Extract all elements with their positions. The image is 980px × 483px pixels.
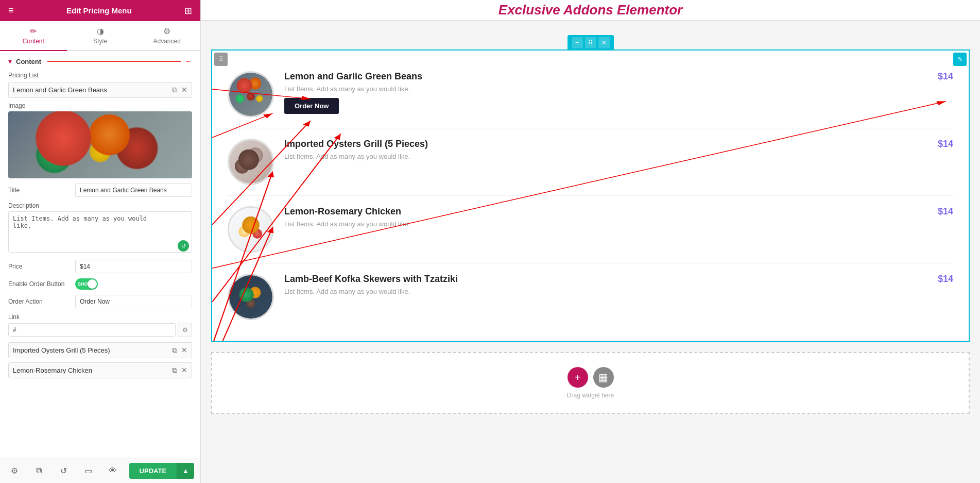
food-image-3 [228,274,274,320]
panel-tabs: ✏ Content ◑ Style ⚙ Advanced [0,21,200,51]
pricing-title-3: Lamb-Beef Kofka Skewers with Tzatziki [284,274,922,285]
advanced-tab-icon: ⚙ [163,26,170,36]
order-button-0[interactable]: Order Now [284,98,339,114]
panel-title: Edit Pricing Menu [14,6,184,15]
pricing-info-1: Imported Oysters Grill (5 Pieces) List I… [284,139,922,165]
widget-close-btn[interactable]: ✕ [598,37,610,48]
pricing-info-3: Lamb-Beef Kofka Skewers with Tzatziki Li… [284,274,922,301]
description-label: Description [8,202,192,209]
section-label: Content [16,58,41,65]
item-actions-1: ⧉ ✕ [172,346,187,355]
title-label: Title [8,187,75,194]
duplicate-icon-2[interactable]: ⧉ [172,366,177,375]
empty-drop-zone[interactable]: + ▦ Drag widget here [211,352,970,414]
description-field: Description List Items. Add as many as y… [8,202,192,255]
tab-style[interactable]: ◑ Style [67,21,134,50]
food-image-2 [228,206,274,253]
panel-header: ≡ Edit Pricing Menu ⊞ [0,0,200,21]
drag-label: Drag widget here [567,392,614,399]
responsive-footer-icon[interactable]: ▭ [80,462,96,479]
description-textarea[interactable]: List Items. Add as many as you would lik… [8,211,192,253]
toggle-knob [88,279,97,289]
title-input[interactable] [75,184,192,197]
update-btn-group: UPDATE ▲ [129,463,194,479]
food-circle-img-3 [229,275,272,319]
delete-icon-0[interactable]: ✕ [181,86,187,94]
tab-advanced[interactable]: ⚙ Advanced [133,21,200,50]
section-arrow-right: ← [185,57,192,65]
title-field: Title [8,184,192,197]
price-label: Price [8,263,75,270]
delete-icon-2[interactable]: ✕ [181,366,187,375]
enable-order-field: Enable Order Button SHOW [8,278,192,290]
right-top-bar: Exclusive Addons Elementor [201,0,980,21]
panel-footer: ⚙ ⧉ ↺ ▭ 👁 UPDATE ▲ [0,458,200,483]
duplicate-icon-0[interactable]: ⧉ [172,86,177,94]
style-tab-icon: ◑ [97,26,104,36]
widget-toolbar: + ⠿ ✕ [568,35,614,51]
link-label: Link [8,313,192,321]
food-image [8,111,192,178]
panel-body: ▾ Content ← Pricing List Lemon and Garli… [0,51,200,458]
order-action-label: Order Action [8,298,75,305]
pricing-title-0: Lemon and Garlic Green Beans [284,71,922,82]
image-preview[interactable] [8,111,192,178]
image-field: Image [8,102,192,178]
order-action-field: Order Action [8,295,192,308]
food-image-0 [228,71,274,118]
food-image-1 [228,139,274,185]
refresh-icon[interactable]: ↺ [178,240,189,252]
widget-add-btn[interactable]: + [572,37,583,48]
link-settings-btn[interactable]: ⚙ [178,323,192,337]
food-circle-img-0 [229,73,272,116]
section-divider [47,61,181,62]
section-header: ▾ Content ← [8,57,192,65]
section-collapse-icon[interactable]: ▾ [8,57,12,65]
price-input[interactable] [75,260,192,273]
pricing-widget: + ⠿ ✕ ⠿ ✎ Lemon and Garlic Green Beans L… [211,49,970,342]
add-template-btn[interactable]: ▦ [593,367,614,388]
tab-content-label: Content [23,38,44,45]
pricing-price-3: $14 [933,274,953,285]
widget-edit-btn[interactable]: ✎ [953,53,967,66]
list-item[interactable]: Lemon and Garlic Green Beans ⧉ ✕ [8,82,192,98]
list-item[interactable]: Imported Oysters Grill (5 Pieces) ⧉ ✕ [8,342,192,358]
item-label-1: Imported Oysters Grill (5 Pieces) [13,346,172,354]
history-footer-icon[interactable]: ↺ [55,462,72,479]
content-tab-icon: ✏ [30,26,37,36]
link-input[interactable] [8,323,176,337]
pricing-item-2: Lemon-Rosemary Chicken List Items. Add a… [228,196,953,263]
pricing-item-0: Lemon and Garlic Green Beans List Items.… [228,61,953,128]
widget-move-btn[interactable]: ⠿ [585,37,596,48]
pricing-info-0: Lemon and Garlic Green Beans List Items.… [284,71,922,114]
order-action-input[interactable] [75,295,192,308]
list-item[interactable]: Lemon-Rosemary Chicken ⧉ ✕ [8,362,192,378]
hamburger-icon[interactable]: ≡ [8,5,14,16]
enable-order-label: Enable Order Button [8,280,75,288]
update-button[interactable]: UPDATE [129,463,177,479]
item-label-2: Lemon-Rosemary Chicken [13,367,172,374]
add-widget-buttons: + ▦ [568,367,614,388]
delete-icon-1[interactable]: ✕ [181,346,187,355]
duplicate-icon-1[interactable]: ⧉ [172,346,177,355]
pricing-price-0: $14 [933,71,953,82]
pricing-price-1: $14 [933,139,953,149]
settings-footer-icon[interactable]: ⚙ [6,462,23,479]
pricing-desc-0: List Items. Add as many as you would lik… [284,85,922,93]
widget-drag-handle[interactable]: ⠿ [214,53,228,66]
food-circle-img-2 [229,208,272,251]
order-toggle[interactable]: SHOW [75,278,98,290]
food-circle-img-1 [229,140,272,184]
grid-icon[interactable]: ⊞ [184,5,192,16]
update-dropdown-btn[interactable]: ▲ [177,463,194,479]
pricing-desc-2: List Items. Add as many as you would lik… [284,220,922,228]
right-area: Exclusive Addons Elementor + ⠿ ✕ ⠿ ✎ [201,0,980,483]
left-panel: ≡ Edit Pricing Menu ⊞ ✏ Content ◑ Style … [0,0,201,483]
pricing-title-1: Imported Oysters Grill (5 Pieces) [284,139,922,149]
preview-footer-icon[interactable]: 👁 [105,462,121,479]
canvas-area[interactable]: + ⠿ ✕ ⠿ ✎ Lemon and Garlic Green Beans L… [201,21,980,483]
pricing-list-label: Pricing List [8,72,192,79]
layers-footer-icon[interactable]: ⧉ [31,462,47,479]
tab-content[interactable]: ✏ Content [0,21,67,51]
add-element-btn[interactable]: + [568,367,588,388]
